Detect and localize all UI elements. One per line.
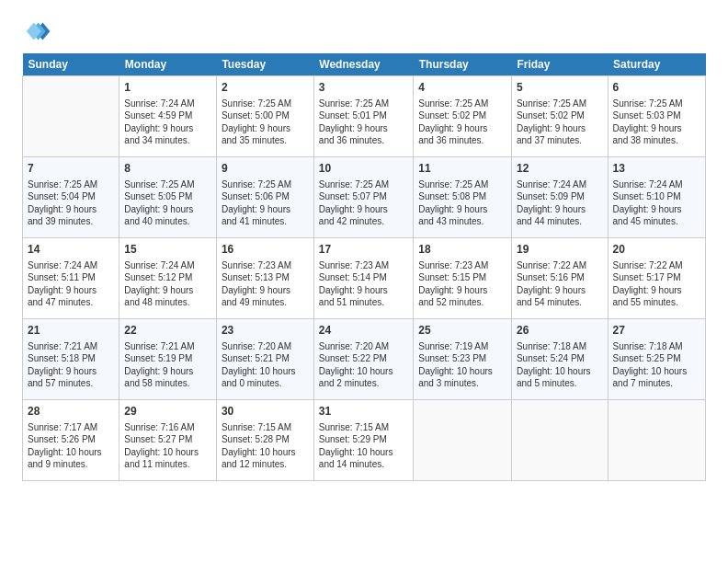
calendar-cell: 2Sunrise: 7:25 AMSunset: 5:00 PMDaylight… [216,76,313,157]
day-info: Sunrise: 7:25 AMSunset: 5:02 PMDaylight:… [418,98,506,147]
calendar-cell [608,400,705,481]
calendar-cell: 11Sunrise: 7:25 AMSunset: 5:08 PMDayligh… [414,157,512,238]
day-number: 15 [124,242,211,258]
calendar-cell: 17Sunrise: 7:23 AMSunset: 5:14 PMDayligh… [313,238,413,319]
day-number: 28 [28,404,114,419]
day-number: 30 [222,404,309,419]
day-info: Sunrise: 7:25 AMSunset: 5:03 PMDaylight:… [613,98,700,147]
header [22,17,706,46]
weekday-header-wednesday: Wednesday [313,53,413,76]
day-info: Sunrise: 7:21 AMSunset: 5:18 PMDaylight:… [28,340,114,390]
calendar-week-1: 1Sunrise: 7:24 AMSunset: 4:59 PMDaylight… [23,76,706,157]
calendar-cell [23,76,119,157]
day-number: 27 [613,323,700,339]
day-number: 11 [418,161,506,177]
calendar-week-2: 7Sunrise: 7:25 AMSunset: 5:04 PMDaylight… [23,157,706,238]
calendar-cell: 4Sunrise: 7:25 AMSunset: 5:02 PMDaylight… [414,76,512,157]
weekday-header-friday: Friday [511,53,608,76]
day-info: Sunrise: 7:18 AMSunset: 5:25 PMDaylight:… [613,340,700,390]
logo [22,17,55,46]
day-info: Sunrise: 7:24 AMSunset: 5:12 PMDaylight:… [124,259,211,309]
day-info: Sunrise: 7:25 AMSunset: 5:08 PMDaylight:… [418,178,506,228]
day-number: 26 [517,323,603,339]
day-info: Sunrise: 7:24 AMSunset: 5:09 PMDaylight:… [517,178,603,228]
calendar-cell: 28Sunrise: 7:17 AMSunset: 5:26 PMDayligh… [23,400,119,481]
calendar-week-5: 28Sunrise: 7:17 AMSunset: 5:26 PMDayligh… [23,400,706,481]
calendar-cell: 3Sunrise: 7:25 AMSunset: 5:01 PMDaylight… [313,76,413,157]
calendar-cell [414,400,512,481]
calendar-cell: 12Sunrise: 7:24 AMSunset: 5:09 PMDayligh… [511,157,608,238]
day-number: 13 [613,161,700,177]
day-number: 9 [222,161,309,177]
day-info: Sunrise: 7:23 AMSunset: 5:13 PMDaylight:… [222,259,309,309]
day-number: 7 [28,161,114,177]
calendar-cell: 5Sunrise: 7:25 AMSunset: 5:02 PMDaylight… [511,76,608,157]
day-info: Sunrise: 7:20 AMSunset: 5:21 PMDaylight:… [222,340,309,390]
calendar-cell: 31Sunrise: 7:15 AMSunset: 5:29 PMDayligh… [313,400,413,481]
day-number: 2 [222,80,309,96]
day-number: 4 [418,80,506,96]
calendar-cell [511,400,608,481]
weekday-header-row: SundayMondayTuesdayWednesdayThursdayFrid… [23,53,706,76]
day-number: 1 [124,80,211,96]
logo-icon [22,17,51,46]
calendar-cell: 29Sunrise: 7:16 AMSunset: 5:27 PMDayligh… [119,400,217,481]
day-info: Sunrise: 7:24 AMSunset: 5:10 PMDaylight:… [613,178,700,228]
day-info: Sunrise: 7:25 AMSunset: 5:02 PMDaylight:… [517,98,603,147]
day-info: Sunrise: 7:22 AMSunset: 5:17 PMDaylight:… [613,259,700,309]
weekday-header-monday: Monday [119,53,217,76]
day-info: Sunrise: 7:25 AMSunset: 5:07 PMDaylight:… [319,178,408,228]
calendar-week-4: 21Sunrise: 7:21 AMSunset: 5:18 PMDayligh… [23,319,706,400]
day-info: Sunrise: 7:19 AMSunset: 5:23 PMDaylight:… [418,340,506,390]
calendar-cell: 16Sunrise: 7:23 AMSunset: 5:13 PMDayligh… [216,238,313,319]
calendar-cell: 26Sunrise: 7:18 AMSunset: 5:24 PMDayligh… [511,319,608,400]
calendar-cell: 18Sunrise: 7:23 AMSunset: 5:15 PMDayligh… [414,238,512,319]
calendar-cell: 22Sunrise: 7:21 AMSunset: 5:19 PMDayligh… [119,319,217,400]
calendar-cell: 27Sunrise: 7:18 AMSunset: 5:25 PMDayligh… [608,319,705,400]
weekday-header-thursday: Thursday [414,53,512,76]
day-number: 23 [222,323,309,339]
day-number: 25 [418,323,506,339]
page: SundayMondayTuesdayWednesdayThursdayFrid… [0,0,728,492]
day-info: Sunrise: 7:20 AMSunset: 5:22 PMDaylight:… [319,340,408,390]
calendar-cell: 8Sunrise: 7:25 AMSunset: 5:05 PMDaylight… [119,157,217,238]
day-info: Sunrise: 7:23 AMSunset: 5:15 PMDaylight:… [418,259,506,309]
calendar-cell: 7Sunrise: 7:25 AMSunset: 5:04 PMDaylight… [23,157,119,238]
day-number: 19 [517,242,603,258]
day-number: 16 [222,242,309,258]
day-number: 20 [613,242,700,258]
calendar: SundayMondayTuesdayWednesdayThursdayFrid… [22,53,706,481]
calendar-cell: 30Sunrise: 7:15 AMSunset: 5:28 PMDayligh… [216,400,313,481]
calendar-cell: 21Sunrise: 7:21 AMSunset: 5:18 PMDayligh… [23,319,119,400]
calendar-cell: 1Sunrise: 7:24 AMSunset: 4:59 PMDaylight… [119,76,217,157]
calendar-cell: 14Sunrise: 7:24 AMSunset: 5:11 PMDayligh… [23,238,119,319]
day-info: Sunrise: 7:16 AMSunset: 5:27 PMDaylight:… [124,421,211,471]
day-number: 17 [319,242,408,258]
day-number: 14 [28,242,114,258]
day-info: Sunrise: 7:17 AMSunset: 5:26 PMDaylight:… [28,421,114,471]
day-info: Sunrise: 7:25 AMSunset: 5:00 PMDaylight:… [222,98,309,147]
day-number: 21 [28,323,114,339]
calendar-cell: 13Sunrise: 7:24 AMSunset: 5:10 PMDayligh… [608,157,705,238]
day-info: Sunrise: 7:21 AMSunset: 5:19 PMDaylight:… [124,340,211,390]
day-number: 22 [124,323,211,339]
day-info: Sunrise: 7:18 AMSunset: 5:24 PMDaylight:… [517,340,603,390]
calendar-cell: 24Sunrise: 7:20 AMSunset: 5:22 PMDayligh… [313,319,413,400]
day-info: Sunrise: 7:15 AMSunset: 5:29 PMDaylight:… [319,421,408,471]
calendar-cell: 20Sunrise: 7:22 AMSunset: 5:17 PMDayligh… [608,238,705,319]
day-number: 10 [319,161,408,177]
weekday-header-tuesday: Tuesday [216,53,313,76]
calendar-week-3: 14Sunrise: 7:24 AMSunset: 5:11 PMDayligh… [23,238,706,319]
day-info: Sunrise: 7:24 AMSunset: 4:59 PMDaylight:… [124,98,211,147]
calendar-cell: 9Sunrise: 7:25 AMSunset: 5:06 PMDaylight… [216,157,313,238]
calendar-cell: 15Sunrise: 7:24 AMSunset: 5:12 PMDayligh… [119,238,217,319]
day-number: 5 [517,80,603,96]
day-info: Sunrise: 7:25 AMSunset: 5:05 PMDaylight:… [124,178,211,228]
day-number: 24 [319,323,408,339]
calendar-cell: 25Sunrise: 7:19 AMSunset: 5:23 PMDayligh… [414,319,512,400]
day-number: 3 [319,80,408,96]
day-number: 18 [418,242,506,258]
day-info: Sunrise: 7:22 AMSunset: 5:16 PMDaylight:… [517,259,603,309]
day-number: 12 [517,161,603,177]
day-number: 29 [124,404,211,419]
